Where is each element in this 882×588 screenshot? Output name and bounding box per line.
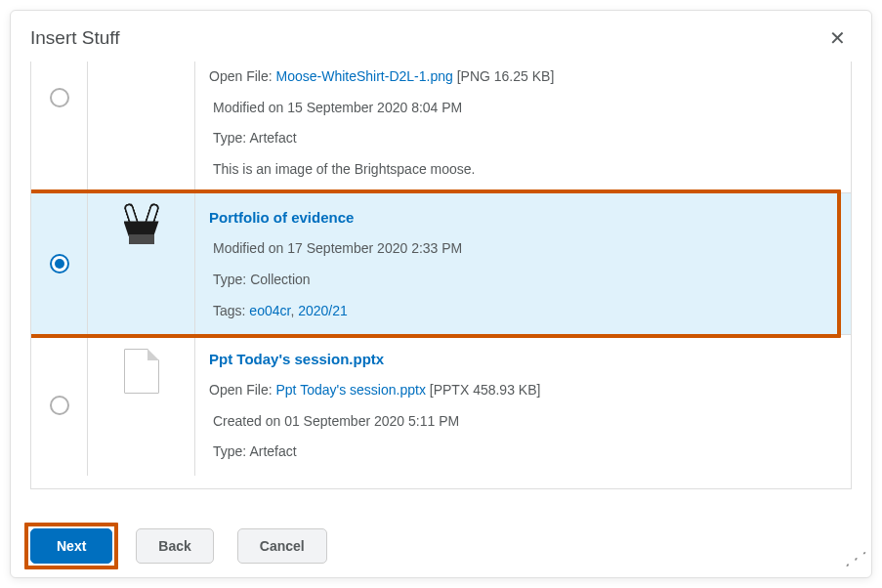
open-file-line: Open File: Ppt Today's session.pptx [PPT…: [209, 381, 835, 400]
modal-title: Insert Stuff: [30, 27, 120, 49]
list-item[interactable]: Ppt Today's session.pptx Open File: Ppt …: [31, 335, 851, 476]
tag-link[interactable]: eo04cr: [249, 303, 290, 318]
modified-date: Modified on 15 September 2020 8:04 PM: [209, 99, 835, 118]
radio-cell: [31, 193, 88, 334]
close-icon: ✕: [829, 27, 846, 49]
radio-button[interactable]: [50, 254, 69, 273]
close-button[interactable]: ✕: [823, 24, 852, 52]
item-title[interactable]: Ppt Today's session.pptx: [209, 349, 835, 369]
icon-cell: [88, 335, 195, 476]
modal-header: Insert Stuff ✕: [11, 11, 871, 62]
type-line: Type: Artefact: [209, 129, 835, 148]
file-link[interactable]: Ppt Today's session.pptx: [275, 382, 425, 398]
file-icon: [124, 349, 159, 394]
description: This is an image of the Brightspace moos…: [209, 160, 835, 180]
modified-date: Modified on 17 September 2020 2:33 PM: [209, 239, 835, 259]
type-line: Type: Artefact: [209, 442, 835, 462]
item-content: Portfolio of evidence Modified on 17 Sep…: [195, 193, 851, 334]
back-button[interactable]: Back: [136, 528, 213, 564]
open-file-line: Open File: Moose-WhiteShirt-D2L-1.png [P…: [209, 67, 835, 87]
item-list[interactable]: Open File: Moose-WhiteShirt-D2L-1.png [P…: [30, 62, 852, 489]
tags-line: Tags: eo04cr, 2020/21: [209, 302, 835, 321]
radio-cell: [31, 62, 88, 192]
radio-button[interactable]: [50, 88, 69, 107]
cancel-button[interactable]: Cancel: [237, 528, 327, 564]
resize-handle-icon[interactable]: ⋰: [844, 548, 865, 569]
type-line: Type: Collection: [209, 271, 835, 290]
tag-link[interactable]: 2020/21: [298, 303, 348, 318]
radio-button[interactable]: [50, 396, 69, 415]
item-content: Open File: Moose-WhiteShirt-D2L-1.png [P…: [195, 62, 851, 192]
radio-dot-icon: [55, 259, 64, 269]
item-content: Ppt Today's session.pptx Open File: Ppt …: [195, 335, 851, 476]
created-date: Created on 01 September 2020 5:11 PM: [209, 412, 835, 432]
file-link[interactable]: Moose-WhiteShirt-D2L-1.png: [275, 68, 452, 84]
binder-clip-icon: [122, 207, 161, 248]
radio-cell: [31, 335, 88, 476]
modal-footer: Next Back Cancel ⋰: [11, 515, 871, 577]
item-title[interactable]: Portfolio of evidence: [209, 207, 835, 228]
list-item[interactable]: Portfolio of evidence Modified on 17 Sep…: [31, 193, 851, 335]
next-button[interactable]: Next: [30, 528, 112, 564]
icon-cell: [88, 62, 195, 192]
icon-cell: [88, 193, 195, 334]
insert-stuff-modal: Insert Stuff ✕ Open File: Moos: [10, 10, 872, 578]
list-item[interactable]: Open File: Moose-WhiteShirt-D2L-1.png [P…: [31, 62, 851, 193]
modal-body: Open File: Moose-WhiteShirt-D2L-1.png [P…: [11, 62, 871, 515]
